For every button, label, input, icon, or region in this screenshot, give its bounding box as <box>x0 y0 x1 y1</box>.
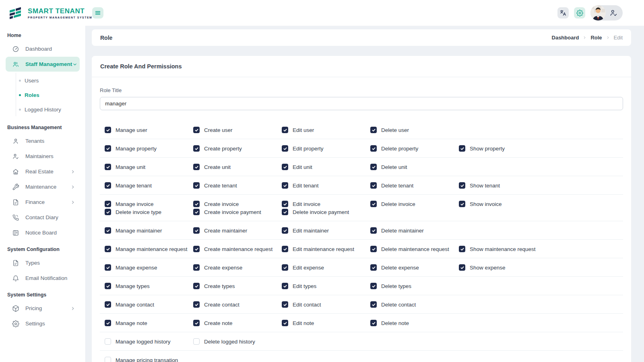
permission-manage-user: Manage user <box>105 127 193 133</box>
maintainer-icon <box>12 153 19 160</box>
checkbox-edit-maintenance-request[interactable] <box>282 246 288 252</box>
permission-delete-expense: Delete expense <box>370 264 459 271</box>
sidebar-item-finance[interactable]: Finance <box>6 195 80 210</box>
checkbox-create-types[interactable] <box>193 283 200 289</box>
breadcrumb-item-dashboard[interactable]: Dashboard <box>552 35 579 41</box>
breadcrumb-item-role[interactable]: Role <box>590 35 602 41</box>
checkbox-manage-user[interactable] <box>105 127 111 133</box>
checkbox-edit-contact[interactable] <box>282 301 288 308</box>
checkbox-edit-unit[interactable] <box>282 164 288 170</box>
checkbox-delete-contact[interactable] <box>370 301 377 308</box>
sidebar-item-pricing[interactable]: Pricing <box>6 301 80 316</box>
permission-label: Create invoice payment <box>204 209 261 215</box>
settings-button[interactable] <box>574 7 585 19</box>
checkbox-create-note[interactable] <box>193 320 200 326</box>
brand-logo[interactable]: SMART TENANT PROPERTY MANAGEMENT SYSTEM <box>0 5 86 21</box>
checkbox-create-maintainer[interactable] <box>193 227 200 234</box>
checkbox-show-invoice[interactable] <box>459 201 465 207</box>
permission-manage-pricing-transation: Manage pricing transation <box>105 357 193 362</box>
checkbox-manage-types[interactable] <box>105 283 111 289</box>
permission-label: Create unit <box>204 164 231 170</box>
sidebar-item-dashboard[interactable]: Dashboard <box>6 41 80 56</box>
checkbox-manage-logged-history[interactable] <box>105 338 111 345</box>
checkbox-manage-tenant[interactable] <box>105 182 111 189</box>
checkbox-edit-expense[interactable] <box>282 264 288 271</box>
checkbox-manage-maintenance-request[interactable] <box>105 246 111 252</box>
checkbox-delete-expense[interactable] <box>370 264 377 271</box>
checkbox-manage-expense[interactable] <box>105 264 111 271</box>
permission-show-maintenance-request: Show maintenance request <box>459 246 547 252</box>
checkbox-delete-tenant[interactable] <box>370 182 377 189</box>
sidebar-subitem-users[interactable]: Users <box>0 73 85 88</box>
checkbox-manage-pricing-transation[interactable] <box>105 357 111 362</box>
sidebar-item-real-estate[interactable]: Real Estate <box>6 164 80 179</box>
sidebar-item-types[interactable]: Types <box>6 255 80 270</box>
sidebar-item-tenants[interactable]: Tenants <box>6 134 80 148</box>
sidebar-subitem-roles[interactable]: Roles <box>0 88 85 102</box>
checkbox-delete-invoice-type[interactable] <box>105 209 111 215</box>
checkbox-create-invoice-payment[interactable] <box>193 209 200 215</box>
checkbox-manage-note[interactable] <box>105 320 111 326</box>
permission-label: Delete unit <box>381 164 407 170</box>
checkbox-create-maintenance-request[interactable] <box>193 246 200 252</box>
checkbox-edit-property[interactable] <box>282 145 288 152</box>
sidebar-item-notice-board[interactable]: Notice Board <box>6 225 80 240</box>
checkbox-delete-logged-history[interactable] <box>193 338 200 345</box>
permission-label: Create maintainer <box>204 228 247 234</box>
sidebar-item-contact-diary[interactable]: Contact Diary <box>6 210 80 225</box>
checkbox-create-user[interactable] <box>193 127 200 133</box>
permission-row: Manage maintenance requestCreate mainten… <box>100 240 623 258</box>
sidebar-item-maintainers[interactable]: Maintainers <box>6 149 80 164</box>
permission-edit-user: Edit user <box>282 127 370 133</box>
checkbox-show-expense[interactable] <box>459 264 465 271</box>
checkbox-edit-tenant[interactable] <box>282 182 288 189</box>
checkbox-manage-contact[interactable] <box>105 301 111 308</box>
checkbox-delete-user[interactable] <box>370 127 377 133</box>
account-menu[interactable] <box>590 5 623 21</box>
checkbox-manage-property[interactable] <box>105 145 111 152</box>
checkbox-delete-maintainer[interactable] <box>370 227 377 234</box>
checkbox-create-invoice[interactable] <box>193 201 200 207</box>
checkbox-delete-invoice-payment[interactable] <box>282 209 288 215</box>
hamburger-icon <box>95 10 101 16</box>
checkbox-create-unit[interactable] <box>193 164 200 170</box>
permission-create-contact: Create contact <box>193 301 282 308</box>
permission-manage-maintainer: Manage maintainer <box>105 227 193 234</box>
checkbox-edit-types[interactable] <box>282 283 288 289</box>
permission-label: Show expense <box>470 265 506 271</box>
checkbox-create-tenant[interactable] <box>193 182 200 189</box>
permission-edit-property: Edit property <box>282 145 370 152</box>
language-button[interactable] <box>557 7 569 19</box>
permission-edit-note: Edit note <box>282 320 370 326</box>
checkbox-delete-property[interactable] <box>370 145 377 152</box>
checkbox-create-property[interactable] <box>193 145 200 152</box>
checkbox-edit-note[interactable] <box>282 320 288 326</box>
sidebar-item-maintenance[interactable]: Maintenance <box>6 179 80 194</box>
sidebar-toggle-button[interactable] <box>92 7 103 19</box>
checkbox-delete-invoice[interactable] <box>370 201 377 207</box>
checkbox-manage-unit[interactable] <box>105 164 111 170</box>
checkbox-edit-user[interactable] <box>282 127 288 133</box>
sidebar-item-label: Email Notification <box>25 275 67 281</box>
checkbox-delete-unit[interactable] <box>370 164 377 170</box>
checkbox-show-property[interactable] <box>459 145 465 152</box>
checkbox-delete-note[interactable] <box>370 320 377 326</box>
permission-create-types: Create types <box>193 283 282 289</box>
checkbox-manage-maintainer[interactable] <box>105 227 111 234</box>
sidebar-item-email-notification[interactable]: Email Notification <box>6 271 80 286</box>
permission-label: Show invoice <box>470 201 502 207</box>
checkbox-edit-maintainer[interactable] <box>282 227 288 234</box>
sidebar-item-staff-management[interactable]: Staff Management <box>6 57 80 72</box>
checkbox-show-maintenance-request[interactable] <box>459 246 465 252</box>
checkbox-show-tenant[interactable] <box>459 182 465 189</box>
sidebar-item-settings[interactable]: Settings <box>6 316 80 331</box>
checkbox-delete-maintenance-request[interactable] <box>370 246 377 252</box>
checkbox-edit-invoice[interactable] <box>282 201 288 207</box>
checkbox-manage-invoice[interactable] <box>105 201 111 207</box>
checkbox-create-contact[interactable] <box>193 301 200 308</box>
role-title-input[interactable] <box>100 97 623 110</box>
sidebar-subitem-logged-history[interactable]: Logged History <box>0 102 85 117</box>
permission-label: Edit maintenance request <box>293 246 354 252</box>
checkbox-delete-types[interactable] <box>370 283 377 289</box>
checkbox-create-expense[interactable] <box>193 264 200 271</box>
